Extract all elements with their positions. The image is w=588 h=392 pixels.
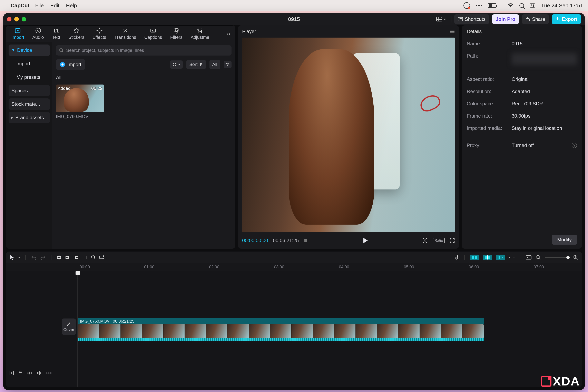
- track-visibility-button[interactable]: [27, 371, 32, 375]
- timeline-ruler[interactable]: 00:00 01:00 02:00 03:00 04:00 05:00 06:0…: [6, 264, 582, 271]
- player-menu-button[interactable]: [450, 30, 455, 33]
- timeline-tracks[interactable]: ••• Cover IMG_0760.MOV 00:06:21:25: [6, 271, 582, 387]
- control-center-icon[interactable]: [530, 4, 535, 8]
- window-zoom-button[interactable]: [22, 17, 26, 22]
- tabs-overflow-button[interactable]: ››: [222, 30, 234, 37]
- preview-toggle[interactable]: [526, 255, 532, 260]
- media-clip[interactable]: Added 06:22 IMG_0760.MOV: [56, 84, 104, 119]
- svg-point-11: [36, 28, 41, 33]
- search-icon: [59, 48, 64, 53]
- track-add-button[interactable]: [10, 371, 14, 375]
- zoom-slider[interactable]: [545, 257, 569, 258]
- appmenu-icon[interactable]: [476, 5, 482, 6]
- svg-rect-51: [488, 256, 490, 259]
- zoom-in-button[interactable]: [573, 255, 578, 260]
- tab-import[interactable]: Import: [7, 27, 28, 40]
- pointer-dropdown[interactable]: ▾: [18, 256, 20, 260]
- export-button[interactable]: Export: [552, 14, 581, 24]
- menubar-app-name[interactable]: CapCut: [10, 2, 30, 9]
- share-label: Share: [532, 16, 545, 22]
- filter-icon: [226, 63, 230, 66]
- details-aspect-key: Aspect ratio:: [467, 76, 512, 82]
- sidebar-item-device[interactable]: ▼Device: [8, 44, 50, 56]
- tab-adjustment[interactable]: Adjustme: [186, 27, 214, 40]
- proxy-help-icon[interactable]: ?: [572, 143, 577, 148]
- clip-added-badge: Added: [58, 86, 71, 91]
- align-tool[interactable]: [509, 255, 514, 260]
- window-minimize-button[interactable]: [14, 17, 19, 22]
- modify-button[interactable]: Modify: [552, 235, 577, 244]
- details-imported-value: Stay in original location: [512, 125, 562, 131]
- sidebar-item-spaces[interactable]: Spaces: [8, 85, 50, 96]
- zoom-out-button[interactable]: [536, 255, 541, 260]
- svg-point-45: [103, 256, 104, 257]
- clip-frames: [78, 324, 484, 338]
- tab-filters[interactable]: Filters: [166, 27, 186, 40]
- auto-reframe-tool[interactable]: [99, 255, 104, 260]
- shortcuts-button[interactable]: Shortcuts: [454, 14, 489, 24]
- tab-effects[interactable]: Effects: [88, 27, 110, 40]
- marker-tool[interactable]: [91, 255, 95, 260]
- details-imported-key: Imported media:: [467, 125, 512, 131]
- fullscreen-icon: [450, 238, 455, 243]
- menubar-item-file[interactable]: File: [35, 2, 44, 9]
- layout-button[interactable]: ▾: [434, 15, 448, 23]
- trim-left-tool[interactable]: [65, 255, 70, 260]
- scan-button[interactable]: [422, 238, 428, 243]
- track-mute-button[interactable]: [37, 371, 42, 375]
- delete-tool[interactable]: [82, 255, 87, 260]
- player-viewport[interactable]: [242, 38, 455, 232]
- player-title: Player: [242, 28, 256, 34]
- sidebar-item-mypresets[interactable]: My presets: [8, 72, 50, 83]
- redo-button[interactable]: [40, 255, 46, 260]
- menubar-item-help[interactable]: Help: [66, 2, 77, 9]
- spotlight-icon[interactable]: [520, 3, 524, 8]
- tab-captions[interactable]: Captions: [140, 27, 166, 40]
- search-placeholder: Search project, subjects in image, lines: [66, 48, 144, 53]
- sidebar-item-import[interactable]: Import: [8, 58, 50, 70]
- pointer-tool[interactable]: [10, 255, 14, 260]
- track-lock-button[interactable]: [18, 370, 22, 376]
- split-tool[interactable]: [57, 255, 61, 260]
- audio-icon: [35, 27, 42, 34]
- view-mode-button[interactable]: ▾: [170, 60, 183, 68]
- import-media-button[interactable]: + Import: [56, 59, 85, 70]
- snap-toggle-1[interactable]: [470, 254, 479, 260]
- tab-transitions[interactable]: Transitions: [110, 27, 140, 40]
- svg-rect-43: [83, 256, 86, 259]
- sort-button[interactable]: Sort: [186, 60, 206, 69]
- filter-button[interactable]: [224, 61, 232, 68]
- play-button[interactable]: [363, 238, 368, 244]
- media-search-input[interactable]: Search project, subjects in image, lines: [56, 45, 232, 56]
- join-pro-button[interactable]: Join Pro: [492, 14, 519, 24]
- tab-text[interactable]: TI Text: [48, 27, 64, 40]
- clip-duration-badge: 06:22: [91, 86, 102, 91]
- snap-toggle-2[interactable]: [483, 254, 492, 260]
- svg-point-36: [424, 240, 426, 241]
- fullscreen-button[interactable]: [450, 238, 455, 243]
- battery-icon[interactable]: [488, 3, 496, 8]
- cover-button[interactable]: Cover: [62, 318, 76, 335]
- window-close-button[interactable]: [7, 17, 12, 22]
- wifi-icon[interactable]: [502, 3, 514, 8]
- sidebar-item-stock[interactable]: Stock mate...: [8, 98, 50, 110]
- trim-right-tool[interactable]: [74, 255, 78, 260]
- menubar-item-edit[interactable]: Edit: [50, 2, 60, 9]
- screen-record-icon[interactable]: [464, 2, 470, 9]
- timeline-playhead[interactable]: [78, 271, 78, 387]
- sidebar-item-brand[interactable]: ▸Brand assets: [8, 112, 50, 123]
- undo-button[interactable]: [31, 255, 36, 260]
- ratio-button[interactable]: Ratio: [433, 238, 445, 243]
- tab-audio[interactable]: Audio: [28, 27, 48, 40]
- tab-stickers[interactable]: Stickers: [64, 27, 88, 40]
- record-vo-button[interactable]: [454, 254, 459, 260]
- filter-all-button[interactable]: All: [210, 60, 220, 69]
- video-track-clip[interactable]: IMG_0760.MOV 00:06:21:25: [78, 318, 484, 341]
- menubar-clock[interactable]: Tue 24 Sep 17:51: [541, 2, 583, 9]
- details-path-key: Path:: [467, 53, 512, 65]
- svg-rect-40: [66, 256, 68, 258]
- track-more-button[interactable]: •••: [46, 370, 52, 376]
- share-button[interactable]: Share: [522, 14, 549, 24]
- player-compare-button[interactable]: [304, 238, 309, 243]
- snap-toggle-3[interactable]: [496, 254, 505, 260]
